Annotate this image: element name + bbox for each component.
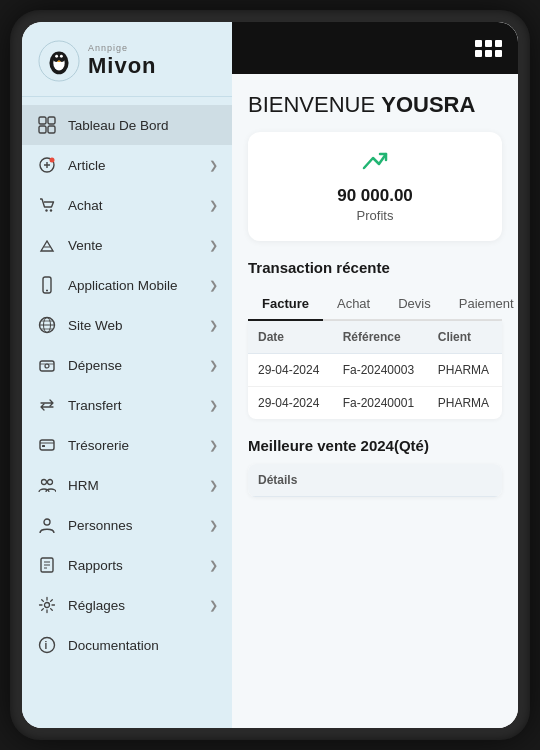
table-row[interactable]: 29-04-2024 Fa-20240001 PHARMA [248, 387, 502, 420]
site-web-icon [36, 314, 58, 336]
tresorerie-chevron-icon: ❯ [209, 439, 218, 452]
cell-date-1: 29-04-2024 [248, 354, 333, 387]
col-client: Client [428, 321, 502, 354]
svg-point-38 [45, 603, 50, 608]
sidebar-item-depense[interactable]: Dépense ❯ [22, 345, 232, 385]
top-bar [232, 22, 518, 74]
reglages-icon [36, 594, 58, 616]
article-chevron-icon: ❯ [209, 159, 218, 172]
sidebar-item-personnes[interactable]: Personnes ❯ [22, 505, 232, 545]
recent-transaction-title: Transaction récente [248, 259, 502, 276]
sidebar-item-application-mobile[interactable]: Application Mobile ❯ [22, 265, 232, 305]
svg-rect-29 [40, 440, 54, 450]
sidebar-item-achat[interactable]: Achat ❯ [22, 185, 232, 225]
sidebar-item-tableau-de-bord-label: Tableau De Bord [68, 118, 218, 133]
col-date: Date [248, 321, 333, 354]
application-mobile-chevron-icon: ❯ [209, 279, 218, 292]
transfert-chevron-icon: ❯ [209, 399, 218, 412]
tab-paiement[interactable]: Paiement [445, 288, 518, 319]
profit-amount: 90 000.00 [337, 186, 413, 206]
achat-icon [36, 194, 58, 216]
sidebar-item-achat-label: Achat [68, 198, 199, 213]
apps-grid-icon[interactable] [475, 40, 502, 57]
tresorerie-icon [36, 434, 58, 456]
svg-text:i: i [45, 640, 48, 651]
svg-point-5 [55, 55, 58, 58]
svg-point-32 [48, 480, 53, 485]
sidebar-item-documentation[interactable]: i Documentation [22, 625, 232, 665]
sidebar-item-transfert-label: Transfert [68, 398, 199, 413]
svg-point-17 [50, 209, 52, 211]
sidebar-item-hrm-label: HRM [68, 478, 199, 493]
best-sales-table: Détails [248, 464, 502, 497]
svg-point-33 [44, 519, 50, 525]
welcome-heading: BIENVENUE YOUSRA [248, 92, 502, 118]
sidebar-item-site-web-label: Site Web [68, 318, 199, 333]
personnes-chevron-icon: ❯ [209, 519, 218, 532]
svg-point-27 [45, 364, 49, 368]
sidebar-item-rapports-label: Rapports [68, 558, 199, 573]
svg-point-15 [50, 158, 55, 163]
best-sales-col-details: Détails [248, 464, 502, 497]
sidebar-item-tresorerie-label: Trésorerie [68, 438, 199, 453]
depense-chevron-icon: ❯ [209, 359, 218, 372]
sidebar-item-tresorerie[interactable]: Trésorerie ❯ [22, 425, 232, 465]
profit-label: Profits [357, 208, 394, 223]
svg-rect-11 [48, 126, 55, 133]
tab-devis[interactable]: Devis [384, 288, 445, 319]
logo-text-area: Annpige Mivon [88, 44, 157, 78]
svg-rect-9 [48, 117, 55, 124]
sidebar-item-article-label: Article [68, 158, 199, 173]
personnes-icon [36, 514, 58, 536]
cell-client-2: PHARMA [428, 387, 502, 420]
svg-rect-30 [42, 445, 45, 447]
cell-ref-2: Fa-20240001 [333, 387, 428, 420]
sidebar-item-reglages[interactable]: Réglages ❯ [22, 585, 232, 625]
welcome-prefix: BIENVENUE [248, 92, 381, 117]
application-mobile-icon [36, 274, 58, 296]
sidebar-item-depense-label: Dépense [68, 358, 199, 373]
svg-point-6 [60, 55, 63, 58]
content-area: BIENVENUE YOUSRA 90 000.00 Profits Trans… [232, 74, 518, 728]
hrm-chevron-icon: ❯ [209, 479, 218, 492]
transaction-table: Date Référence Client 29-04-2024 Fa-2024… [248, 321, 502, 419]
logo-mivon-text: Mivon [88, 54, 157, 78]
article-icon [36, 154, 58, 176]
tableau-de-bord-icon [36, 114, 58, 136]
rapports-icon [36, 554, 58, 576]
sidebar-item-transfert[interactable]: Transfert ❯ [22, 385, 232, 425]
svg-rect-26 [40, 361, 54, 371]
tablet-inner: Annpige Mivon Tableau [22, 22, 518, 728]
tablet-frame: Annpige Mivon Tableau [10, 10, 530, 740]
vente-chevron-icon: ❯ [209, 239, 218, 252]
sidebar-item-tableau-de-bord[interactable]: Tableau De Bord [22, 105, 232, 145]
transfert-icon [36, 394, 58, 416]
reglages-chevron-icon: ❯ [209, 599, 218, 612]
profit-trend-icon [361, 150, 389, 180]
cell-date-2: 29-04-2024 [248, 387, 333, 420]
vente-icon [36, 234, 58, 256]
table-row[interactable]: 29-04-2024 Fa-20240003 PHARMA [248, 354, 502, 387]
best-sales-title: Meilleure vente 2024(Qté) [248, 437, 502, 454]
sidebar-item-reglages-label: Réglages [68, 598, 199, 613]
tab-facture[interactable]: Facture [248, 288, 323, 319]
sidebar-item-documentation-label: Documentation [68, 638, 218, 653]
achat-chevron-icon: ❯ [209, 199, 218, 212]
cell-client-1: PHARMA [428, 354, 502, 387]
tab-achat[interactable]: Achat [323, 288, 384, 319]
sidebar-item-personnes-label: Personnes [68, 518, 199, 533]
sidebar-item-vente[interactable]: Vente ❯ [22, 225, 232, 265]
sidebar-item-rapports[interactable]: Rapports ❯ [22, 545, 232, 585]
welcome-name: YOUSRA [381, 92, 475, 117]
depense-icon [36, 354, 58, 376]
profit-card: 90 000.00 Profits [248, 132, 502, 241]
cell-ref-1: Fa-20240003 [333, 354, 428, 387]
rapports-chevron-icon: ❯ [209, 559, 218, 572]
sidebar-item-article[interactable]: Article ❯ [22, 145, 232, 185]
logo-icon [38, 40, 80, 82]
hrm-icon [36, 474, 58, 496]
site-web-chevron-icon: ❯ [209, 319, 218, 332]
sidebar-item-hrm[interactable]: HRM ❯ [22, 465, 232, 505]
sidebar-item-site-web[interactable]: Site Web ❯ [22, 305, 232, 345]
nav-list: Tableau De Bord Article ❯ [22, 97, 232, 728]
